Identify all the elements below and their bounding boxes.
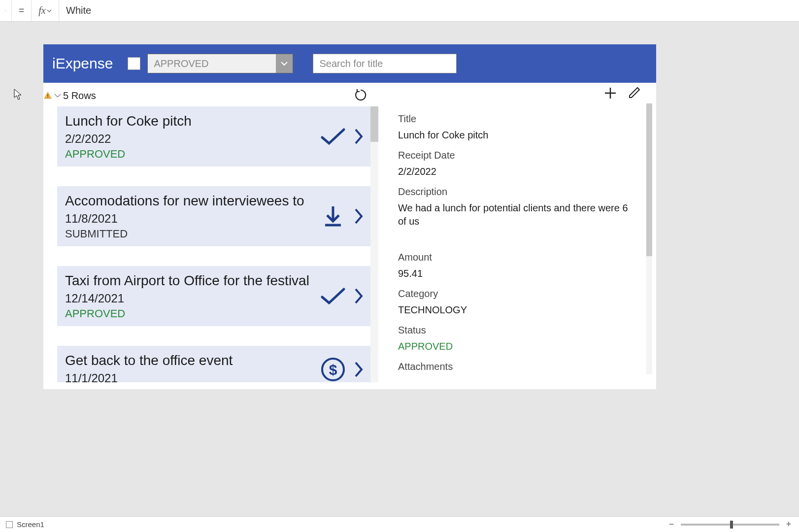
screen-checkbox[interactable] (6, 521, 13, 528)
label-category: Category (398, 288, 634, 299)
rows-count-label: 5 Rows (63, 90, 96, 101)
zoom-in-button[interactable]: + (784, 519, 793, 530)
value-receipt-date: 2/2/2022 (398, 166, 634, 177)
label-description: Description (398, 186, 634, 198)
search-input[interactable]: Search for title (313, 54, 457, 73)
property-dropdown[interactable] (0, 0, 12, 21)
gallery-item[interactable]: Lunch for Coke pitch 2/2/2022 APPROVED (57, 106, 370, 166)
zoom-slider-thumb[interactable] (730, 521, 733, 529)
value-status: APPROVED (398, 341, 634, 352)
app-header: iExpense APPROVED Search for title (43, 44, 656, 83)
item-date: 2/2/2022 (65, 132, 363, 146)
chevron-right-icon[interactable] (353, 357, 365, 382)
item-status: SUBMITTED (65, 228, 363, 240)
value-description: We had a lunch for potential clients and… (398, 201, 634, 228)
check-icon (320, 124, 346, 149)
detail-panel: Title Lunch for Coke pitch Receipt Date … (378, 83, 656, 389)
item-date: 11/8/2021 (65, 212, 363, 226)
check-icon (320, 283, 346, 309)
screen-name-label: Screen1 (17, 520, 44, 529)
chevron-right-icon[interactable] (353, 203, 365, 229)
zoom-out-button[interactable]: − (667, 519, 676, 530)
value-amount: 95.41 (398, 268, 634, 279)
gallery-scrollbar[interactable] (370, 106, 378, 382)
refresh-button[interactable] (354, 88, 368, 103)
chevron-right-icon[interactable] (353, 124, 365, 149)
edit-button[interactable] (627, 86, 641, 100)
label-status: Status (398, 325, 634, 336)
label-title: Title (398, 113, 634, 125)
gallery-item[interactable]: Accomodations for new interviewees to 11… (57, 186, 370, 246)
item-date: 12/14/2021 (65, 292, 363, 305)
zoom-slider[interactable] (681, 524, 779, 526)
scrollbar-thumb[interactable] (370, 106, 378, 142)
gallery-panel: 5 Rows Lunch for Coke pitch 2/2/2022 APP… (43, 83, 378, 389)
footer-bar: Screen1 − + (0, 516, 799, 532)
dollar-icon: $ (320, 357, 346, 382)
svg-rect-1 (47, 97, 48, 98)
chevron-down-icon[interactable] (54, 93, 61, 98)
gallery-item[interactable]: Get back to the office event 11/1/2021 $ (57, 346, 370, 382)
status-dropdown[interactable]: APPROVED (147, 54, 293, 73)
item-title: Lunch for Coke pitch (65, 113, 363, 129)
gallery-list: Lunch for Coke pitch 2/2/2022 APPROVED (43, 106, 378, 382)
warning-icon (43, 91, 52, 100)
item-title: Get back to the office event (65, 353, 363, 368)
item-title: Taxi from Airport to Office for the fest… (65, 273, 363, 289)
item-title: Accomodations for new interviewees to (65, 193, 363, 209)
formula-input[interactable]: White (59, 5, 799, 16)
download-icon (320, 203, 346, 229)
status-dropdown-text: APPROVED (148, 54, 276, 73)
item-date: 11/1/2021 (65, 371, 363, 382)
chevron-down-icon[interactable] (276, 54, 293, 73)
svg-rect-0 (47, 94, 48, 97)
formula-bar: = fx White (0, 0, 799, 22)
app-title: iExpense (52, 55, 113, 72)
label-attachments: Attachments (398, 361, 634, 372)
fx-button[interactable]: fx (32, 0, 59, 21)
gallery-item[interactable]: Taxi from Airport to Office for the fest… (57, 266, 370, 326)
value-title: Lunch for Coke pitch (398, 130, 634, 141)
label-receipt-date: Receipt Date (398, 150, 634, 161)
item-status: APPROVED (65, 307, 363, 320)
svg-text:$: $ (329, 362, 337, 378)
detail-scrollbar[interactable] (646, 103, 652, 374)
app-canvas: iExpense APPROVED Search for title 5 Ro (43, 44, 656, 389)
equals-button[interactable]: = (12, 0, 32, 21)
label-amount: Amount (398, 252, 634, 263)
chevron-right-icon[interactable] (353, 283, 365, 309)
cursor-icon (14, 89, 23, 100)
add-button[interactable] (603, 86, 618, 100)
filter-checkbox[interactable] (128, 57, 140, 70)
scrollbar-thumb[interactable] (646, 103, 652, 256)
value-category: TECHNOLOGY (398, 304, 634, 316)
item-status: APPROVED (65, 148, 363, 161)
